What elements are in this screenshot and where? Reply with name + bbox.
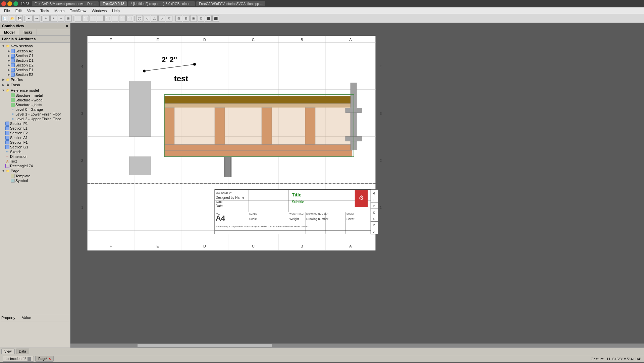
tree-rect174[interactable]: Rectangle174 [0, 164, 70, 168]
tb-b1[interactable]: ⬜ [75, 15, 82, 22]
tb-c5[interactable]: ▽ [166, 15, 172, 22]
menu-macro[interactable]: Macro [52, 8, 67, 13]
tree-section-d2[interactable]: ▶ Section D2 [0, 63, 70, 67]
combo-view-close[interactable]: × [66, 24, 68, 28]
tb-undo[interactable]: ↩ [26, 15, 33, 22]
close-icon[interactable] [1, 1, 6, 6]
maximize-icon[interactable] [13, 1, 18, 6]
refmodel-folder-icon: 📁 [5, 88, 10, 93]
menu-windows[interactable]: Windows [89, 8, 110, 13]
page-tab[interactable]: Page* × [35, 356, 54, 362]
tb-zoom-in[interactable]: + [50, 15, 57, 22]
tree-section-e1[interactable]: ▶ Section E1 [0, 67, 70, 72]
tree-label-section-l1: Section L1 [10, 126, 28, 130]
tab-freecad-bim[interactable]: FreeCAD BIM development news - Dec... [32, 1, 99, 6]
svg-text:C: C [252, 244, 255, 248]
tb-b5[interactable]: ⬜ [104, 15, 111, 22]
tab-freecad-018[interactable]: FreeCAD 0.18 [100, 1, 127, 6]
view-tab[interactable]: View [1, 349, 15, 354]
tree-text[interactable]: A Text [0, 159, 70, 164]
tb-redo[interactable]: ↪ [33, 15, 40, 22]
tb-open[interactable]: 📂 [9, 15, 15, 22]
tb-d6[interactable]: ⬛ [212, 15, 219, 22]
tb-c2[interactable]: ◁ [144, 15, 150, 22]
page-tab-label: Page* [38, 357, 47, 361]
page-close-icon[interactable]: × [49, 357, 51, 361]
tree-page[interactable]: ▼ 📁 Page [0, 168, 70, 174]
svg-text:A: A [373, 230, 375, 233]
menu-help[interactable]: Help [109, 8, 122, 13]
tb-b3[interactable]: ⬜ [90, 15, 96, 22]
tb-select[interactable]: ↖ [43, 15, 50, 22]
tree-struct-metal[interactable]: Structure - metal [0, 93, 70, 98]
tb-c1[interactable]: ◯ [136, 15, 143, 22]
tree-sketch[interactable]: ✏ Sketch [0, 149, 70, 154]
tb-zoom-fit[interactable]: ⊞ [65, 15, 72, 22]
tab-model[interactable]: Model [0, 29, 19, 35]
tb-new[interactable]: 📄 [1, 15, 8, 22]
model-tab[interactable]: testmodel : 1* [3, 356, 34, 362]
tree-section-d1[interactable]: ▶ Section D1 [0, 58, 70, 63]
tree-section-l1[interactable]: Section L1 [0, 126, 70, 131]
tb-d3[interactable]: ⊞ [190, 15, 197, 22]
tb-b2[interactable]: ⬜ [82, 15, 89, 22]
tree-template[interactable]: Template [0, 174, 70, 178]
tree-reference-model[interactable]: ▼ 📁 Reference model [0, 88, 70, 93]
tree-dimension[interactable]: ↔ Dimension [0, 154, 70, 159]
tb-b4[interactable]: ⬜ [97, 15, 104, 22]
tree-profiles[interactable]: ▶ 📁 Profiles [0, 77, 70, 82]
tree-section-p1[interactable]: Section P1 [0, 121, 70, 126]
tree-level-0[interactable]: ≡ Level 0 - Garage [0, 107, 70, 112]
level0-icon: ≡ [11, 107, 15, 111]
tb-b8[interactable]: ⬜ [126, 15, 133, 22]
tb-c3[interactable]: △ [151, 15, 158, 22]
titlebar: 19:23 FreeCAD BIM development news - Dec… [0, 0, 644, 7]
tab-sofc[interactable]: FreeCAD/SoFCVectorizeSVGAction.cpp ... [196, 1, 265, 6]
tree-struct-wood[interactable]: Structure - wood [0, 98, 70, 102]
minimize-icon[interactable] [7, 1, 12, 6]
menu-techdraw[interactable]: TechDraw [67, 8, 89, 13]
tb-d4[interactable]: ⊠ [198, 15, 204, 22]
tb-d5[interactable]: ⬛ [205, 15, 212, 22]
svg-text:⚙: ⚙ [359, 194, 364, 201]
scroll-thumb[interactable] [138, 344, 272, 347]
tree-section-g1[interactable]: Section G1 [0, 145, 70, 149]
tb-zoom-out[interactable]: − [58, 15, 64, 22]
tree-symbol[interactable]: Symbol [0, 178, 70, 183]
tree-section-e2[interactable]: ▶ Section E2 [0, 72, 70, 77]
menu-view[interactable]: View [24, 8, 38, 13]
time-label: 19:23 [21, 2, 29, 6]
tb-d1[interactable]: ⊡ [175, 15, 182, 22]
trash-icon: 🗑 [5, 83, 10, 87]
svg-text:DRAWING NUMBER: DRAWING NUMBER [306, 213, 328, 215]
svg-text:2: 2 [81, 158, 83, 163]
tb-b7[interactable]: ⬜ [119, 15, 126, 22]
struct-wood-icon [11, 98, 15, 102]
tree-new-sections[interactable]: ▼ 📁 New sections [0, 43, 70, 49]
tab-untitled2[interactable]: * [Untitled2] (exported)-3.0 (RGB colour… [128, 1, 195, 6]
value-label: Value [22, 316, 31, 320]
tree-section-a1[interactable]: Section A1 [0, 135, 70, 140]
tree-struct-joists[interactable]: Structure - joists [0, 102, 70, 107]
tree-section-f1[interactable]: Section F1 [0, 140, 70, 145]
menu-edit[interactable]: Edit [13, 8, 24, 13]
tb-save[interactable]: 💾 [16, 15, 23, 22]
tree-level-2[interactable]: ≡ Level 2 - Upper Finish Floor [0, 117, 70, 121]
menu-tools[interactable]: Tools [38, 8, 52, 13]
statusbar: testmodel : 1* Page* × Gesture 11' 6+5/8… [0, 355, 644, 362]
tab-tasks[interactable]: Tasks [19, 29, 37, 35]
data-tab[interactable]: Data [16, 349, 29, 354]
tb-d2[interactable]: ⊟ [183, 15, 190, 22]
tree-level-1[interactable]: ≡ Level 1 - Lower Finish Floor [0, 112, 70, 117]
menu-file[interactable]: File [1, 8, 13, 13]
designed-by-label: DESIGNED BY: [216, 192, 232, 194]
tree-label-struct-metal: Structure - metal [15, 93, 43, 97]
tree-trash[interactable]: ▶ 🗑 Trash [0, 82, 70, 88]
tree-section-f2[interactable]: Section F2 [0, 131, 70, 135]
tb-c4[interactable]: ▷ [158, 15, 165, 22]
title-value: Title [292, 192, 302, 197]
horizontal-scrollbar[interactable] [70, 344, 644, 348]
tree-section-a2[interactable]: ▶ Section A2 [0, 49, 70, 53]
tb-b6[interactable]: ⬜ [112, 15, 118, 22]
tree-section-c1[interactable]: ▶ Section C1 [0, 53, 70, 58]
